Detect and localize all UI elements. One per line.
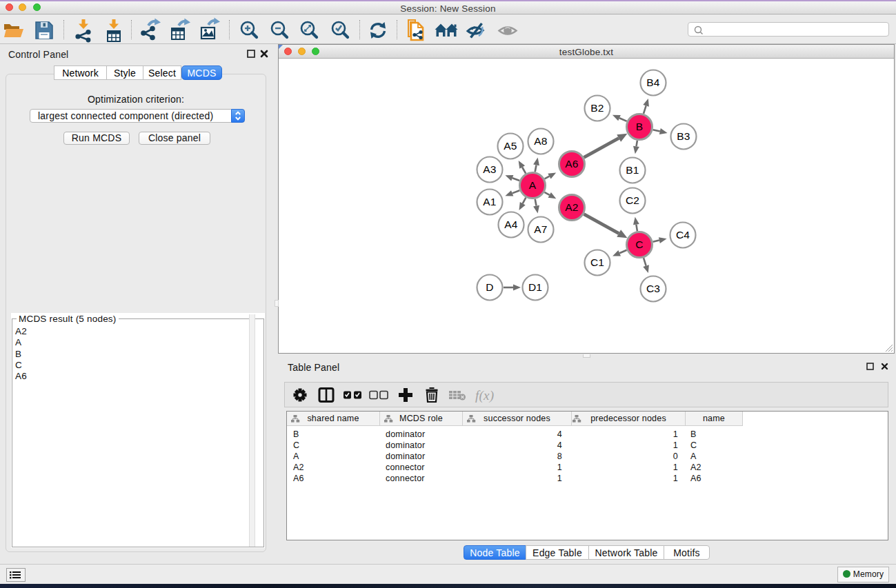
svg-text:B: B: [636, 121, 644, 132]
svg-text:A2: A2: [565, 201, 578, 213]
svg-text:C1: C1: [590, 256, 604, 268]
svg-text:B4: B4: [646, 77, 660, 88]
svg-text:C2: C2: [626, 194, 639, 206]
svg-text:A5: A5: [504, 140, 517, 152]
svg-text:A6: A6: [565, 158, 578, 170]
svg-text:A8: A8: [534, 135, 547, 147]
svg-text:A: A: [529, 179, 537, 191]
svg-text:C3: C3: [646, 283, 660, 294]
svg-text:C4: C4: [676, 229, 690, 241]
svg-text:D: D: [486, 281, 493, 293]
svg-text:B3: B3: [677, 130, 690, 142]
svg-text:D1: D1: [528, 281, 542, 293]
svg-text:C: C: [635, 239, 643, 250]
svg-text:B2: B2: [590, 102, 604, 114]
svg-text:A3: A3: [483, 163, 496, 175]
svg-text:A7: A7: [534, 223, 547, 235]
svg-text:A4: A4: [504, 219, 518, 230]
svg-text:A1: A1: [483, 196, 496, 207]
svg-text:B1: B1: [626, 164, 639, 176]
svg-text:f(x): f(x): [475, 388, 494, 403]
